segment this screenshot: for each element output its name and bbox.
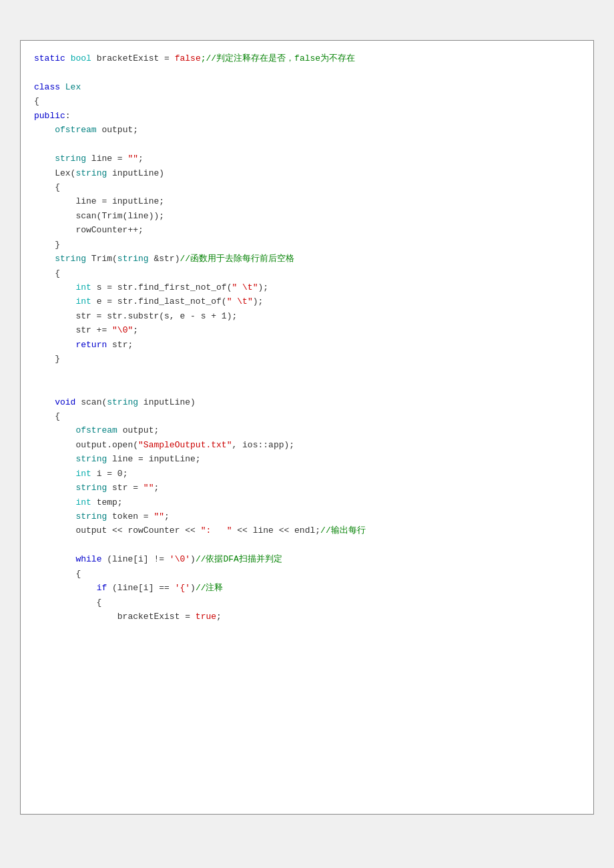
code-line: str = str.substr(s, e - s + 1);: [34, 309, 580, 323]
code-line: {: [34, 409, 580, 423]
code-line: scan(Trim(line));: [34, 209, 580, 223]
code-line: {: [34, 596, 580, 610]
code-line: return str;: [34, 338, 580, 352]
code-line: int temp;: [34, 495, 580, 509]
code-line: int s = str.find_first_not_of(" \t");: [34, 280, 580, 294]
code-line: string line = inputLine;: [34, 452, 580, 466]
code-line: ofstream output;: [34, 123, 580, 137]
code-line: [34, 65, 580, 79]
code-line: {: [34, 94, 580, 108]
code-line: Lex(string inputLine): [34, 166, 580, 180]
code-line: string str = "";: [34, 481, 580, 495]
code-line: {: [34, 180, 580, 194]
code-line: while (line[i] != '\0')//依据DFA扫描并判定: [34, 552, 580, 566]
code-line: str += "\0";: [34, 323, 580, 337]
code-line: string line = "";: [34, 152, 580, 166]
code-line: ofstream output;: [34, 423, 580, 437]
code-line: [34, 538, 580, 552]
code-line: if (line[i] == '{')//注释: [34, 581, 580, 595]
code-line: bracketExist = true;: [34, 610, 580, 624]
code-line: {: [34, 567, 580, 581]
code-line: }: [34, 238, 580, 252]
code-line: }: [34, 352, 580, 366]
code-line: string Trim(string &str)//函数用于去除每行前后空格: [34, 252, 580, 266]
code-container: static bool bracketExist = false;//判定注释存…: [20, 40, 594, 815]
code-line: rowCounter++;: [34, 223, 580, 237]
code-line: int e = str.find_last_not_of(" \t");: [34, 294, 580, 308]
code-line: static bool bracketExist = false;//判定注释存…: [34, 51, 580, 65]
code-line: {: [34, 266, 580, 280]
code-line: void scan(string inputLine): [34, 395, 580, 409]
code-line: output << rowCounter << ": " << line << …: [34, 523, 580, 537]
code-line: [34, 381, 580, 395]
code-line: [34, 138, 580, 152]
code-line: public:: [34, 109, 580, 123]
code-line: output.open("SampleOutput.txt", ios::app…: [34, 438, 580, 452]
code-line: class Lex: [34, 80, 580, 94]
code-line: int i = 0;: [34, 467, 580, 481]
code-block: static bool bracketExist = false;//判定注释存…: [34, 51, 580, 624]
code-line: string token = "";: [34, 509, 580, 523]
code-line: line = inputLine;: [34, 194, 580, 208]
code-line: [34, 367, 580, 381]
